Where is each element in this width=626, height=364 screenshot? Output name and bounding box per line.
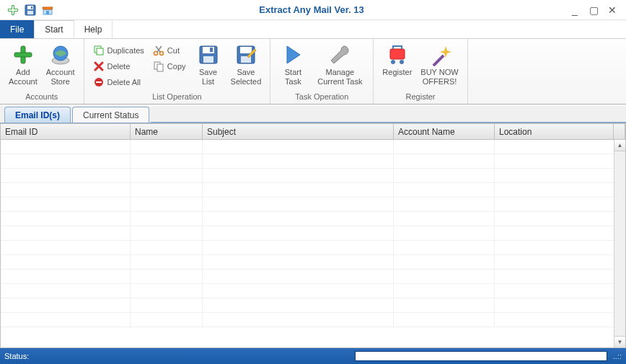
manage-task-button[interactable]: Manage Current Task xyxy=(311,42,369,88)
window-title: Extract Any Mail Ver. 13 xyxy=(55,4,568,15)
column-location[interactable]: Location xyxy=(495,124,614,139)
menu-start[interactable]: Start xyxy=(35,20,74,38)
globe-disk-icon xyxy=(49,43,72,66)
task-op-group-label: Task Operation xyxy=(275,91,369,102)
svg-rect-21 xyxy=(157,64,163,71)
svg-rect-25 xyxy=(210,48,213,52)
ribbon-group-accounts: Add Account Account Store Accounts xyxy=(0,39,84,104)
manage-task-label: Manage Current Task xyxy=(317,68,362,86)
copy-button[interactable]: Copy xyxy=(150,59,189,74)
wand-icon xyxy=(428,43,451,66)
svg-rect-27 xyxy=(240,47,252,53)
content-tabs: Email ID(s) Current Status xyxy=(0,106,626,123)
table-header: Email ID Name Subject Account Name Locat… xyxy=(1,124,625,140)
ribbon-group-task-operation: Start Task Manage Current Task Task Oper… xyxy=(270,39,374,104)
save-selected-label: Save Selected xyxy=(231,68,262,86)
start-task-label: Start Task xyxy=(285,68,301,86)
svg-point-18 xyxy=(154,52,157,56)
cut-button[interactable]: Cut xyxy=(150,43,189,58)
scroll-down-button[interactable]: ▼ xyxy=(614,336,625,347)
wrench-icon xyxy=(328,43,351,66)
status-bar: Status: ..:: xyxy=(0,348,626,364)
svg-point-19 xyxy=(159,52,163,56)
start-task-button[interactable]: Start Task xyxy=(275,42,311,88)
add-account-label: Add Account xyxy=(9,68,38,86)
svg-rect-6 xyxy=(27,11,33,14)
copy-label: Copy xyxy=(167,62,186,71)
delete-all-icon xyxy=(93,76,105,88)
cart-icon xyxy=(386,43,409,66)
delete-all-button[interactable]: Delete All xyxy=(90,75,147,89)
register-label: Register xyxy=(382,68,412,77)
buy-now-button[interactable]: BUY NOW OFFERS! xyxy=(416,42,462,88)
table-body: ▲ ▼ xyxy=(1,140,625,347)
svg-rect-7 xyxy=(31,6,32,9)
scroll-up-button[interactable]: ▲ xyxy=(614,140,625,151)
delete-label: Delete xyxy=(107,62,131,71)
save-pencil-icon xyxy=(234,43,257,66)
save-selected-button[interactable]: Save Selected xyxy=(226,42,266,88)
list-op-group-label: List Operation xyxy=(89,91,266,102)
account-store-label: Account Store xyxy=(46,68,75,86)
column-name[interactable]: Name xyxy=(131,124,203,139)
menu-file[interactable]: File xyxy=(0,20,35,38)
quick-store-icon[interactable] xyxy=(40,3,55,17)
title-bar: Extract Any Mail Ver. 13 _ ▢ ✕ xyxy=(0,0,626,20)
svg-rect-15 xyxy=(97,48,103,55)
svg-rect-9 xyxy=(46,11,49,14)
ribbon-group-register: Register BUY NOW OFFERS! Register xyxy=(374,39,467,104)
plus-icon xyxy=(12,43,35,66)
duplicates-button[interactable]: Duplicates xyxy=(90,43,147,58)
svg-rect-29 xyxy=(390,49,405,59)
progress-bar xyxy=(355,351,607,361)
resize-grip[interactable]: ..:: xyxy=(610,352,622,360)
save-list-button[interactable]: Save List xyxy=(190,42,226,88)
svg-rect-17 xyxy=(96,81,102,83)
copy-icon xyxy=(153,61,164,72)
add-account-button[interactable]: Add Account xyxy=(4,42,42,88)
svg-rect-24 xyxy=(203,56,213,63)
delete-button[interactable]: Delete xyxy=(90,59,147,74)
svg-rect-11 xyxy=(14,53,32,57)
delete-all-label: Delete All xyxy=(107,78,141,86)
status-label: Status: xyxy=(4,352,29,360)
ribbon-group-list-operation: Duplicates Delete Delete All Cut xyxy=(84,39,271,104)
cut-label: Cut xyxy=(167,46,180,55)
menu-bar: File Start Help xyxy=(0,20,626,39)
scissors-icon xyxy=(153,45,164,56)
account-store-button[interactable]: Account Store xyxy=(42,42,79,88)
column-account-name[interactable]: Account Name xyxy=(394,124,495,139)
vertical-scrollbar[interactable]: ▲ ▼ xyxy=(614,140,625,347)
register-group-label: Register xyxy=(378,91,462,102)
svg-point-30 xyxy=(391,60,395,64)
column-subject[interactable]: Subject xyxy=(203,124,394,139)
duplicates-icon xyxy=(93,45,105,56)
tab-email-ids[interactable]: Email ID(s) xyxy=(4,107,71,123)
quick-add-icon[interactable] xyxy=(6,3,20,17)
register-button[interactable]: Register xyxy=(378,42,416,79)
accounts-group-label: Accounts xyxy=(4,91,79,102)
play-icon xyxy=(281,43,304,66)
save-icon xyxy=(197,43,220,66)
results-table: Email ID Name Subject Account Name Locat… xyxy=(0,123,626,348)
svg-point-31 xyxy=(400,60,404,64)
maximize-button[interactable]: ▢ xyxy=(587,4,600,17)
ribbon: Add Account Account Store Accounts Dupli… xyxy=(0,39,626,105)
duplicates-label: Duplicates xyxy=(107,46,144,55)
svg-rect-3 xyxy=(9,9,17,11)
delete-icon xyxy=(93,61,105,72)
menu-help[interactable]: Help xyxy=(74,20,113,38)
column-email-id[interactable]: Email ID xyxy=(1,124,131,139)
buy-now-label: BUY NOW OFFERS! xyxy=(420,68,458,86)
minimize-button[interactable]: _ xyxy=(568,4,581,17)
close-button[interactable]: ✕ xyxy=(606,4,619,17)
save-list-label: Save List xyxy=(199,68,217,86)
tab-current-status[interactable]: Current Status xyxy=(72,107,149,123)
quick-save-icon[interactable] xyxy=(23,3,38,17)
svg-rect-32 xyxy=(432,55,444,66)
